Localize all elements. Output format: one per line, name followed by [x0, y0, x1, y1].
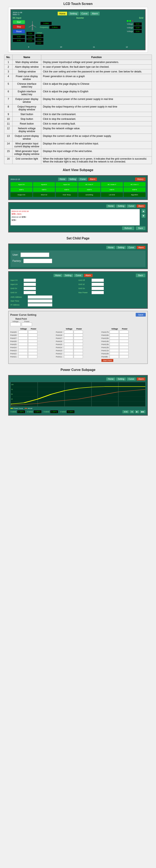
max-power-field[interactable] — [92, 291, 104, 294]
set-child-setting[interactable]: Setting — [116, 246, 126, 249]
scroll-down-btn[interactable]: ▼ — [142, 214, 146, 218]
pcs-point-voltage-input[interactable] — [64, 346, 73, 349]
settings-setting[interactable]: Setting — [63, 274, 73, 277]
pcs-start-btn[interactable]: Start Point — [101, 359, 113, 362]
pcs-point-voltage-input[interactable] — [110, 331, 119, 334]
pcs-point-voltage-input[interactable] — [64, 334, 73, 337]
pcs-point-voltage-input[interactable] — [64, 331, 73, 334]
factory-input[interactable] — [23, 259, 52, 263]
pcs-point-voltage-input[interactable] — [19, 355, 28, 358]
curve-next-next-btn[interactable]: ▶▶ — [140, 410, 146, 413]
alert-nav-home[interactable]: Home — [58, 178, 67, 181]
user-input[interactable] — [21, 252, 49, 257]
pcs-point-voltage-input[interactable] — [19, 340, 28, 343]
rated-power-input[interactable] — [22, 322, 32, 326]
alert-nav-curve[interactable]: Curve — [78, 178, 88, 181]
curve-nav-alarm[interactable]: Alarm — [136, 377, 146, 381]
set-child-alarm[interactable]: Alarm — [136, 246, 146, 249]
alert-detail-setting[interactable]: Setting — [116, 204, 126, 208]
pcs-point-voltage-input[interactable] — [110, 340, 119, 343]
pcs-point-power-input[interactable] — [28, 349, 37, 352]
pcs-point-power-input[interactable] — [74, 337, 83, 340]
pcs-point-power-input[interactable] — [74, 334, 83, 337]
pcs-save-btn[interactable]: Save — [136, 313, 146, 316]
pcs-point-voltage-input[interactable] — [19, 337, 28, 340]
pcs-point-power-input[interactable] — [119, 337, 128, 340]
grid-ov-field[interactable] — [24, 287, 36, 290]
pcs-point-voltage-input[interactable] — [19, 349, 28, 352]
pcs-point-voltage-input[interactable] — [110, 334, 119, 337]
pcs-point-voltage-input[interactable] — [64, 352, 73, 355]
ip-input[interactable] — [28, 303, 52, 307]
scroll-up-btn[interactable]: ▲ — [142, 209, 146, 213]
curve-prev-btn[interactable]: ◄ — [129, 410, 134, 413]
pcs-point-voltage-input[interactable] — [64, 355, 73, 358]
pcs-point-voltage-input[interactable] — [110, 355, 119, 358]
set-child-curve[interactable]: Curve — [127, 246, 136, 249]
pcs-point-voltage-input[interactable] — [64, 337, 73, 340]
pcs-point-power-input[interactable] — [28, 337, 37, 340]
lcd-stop-btn[interactable]: Stop — [13, 25, 25, 29]
pcs-point-power-input[interactable] — [28, 331, 37, 334]
pcs-point-voltage-input[interactable] — [110, 337, 119, 340]
pcs-point-power-input[interactable] — [74, 343, 83, 346]
set-child-home[interactable]: Home — [106, 246, 115, 249]
alert-back-btn[interactable]: Back — [136, 226, 146, 230]
nav-curve-btn[interactable]: Curve — [80, 11, 89, 16]
nav-setting-btn[interactable]: Setting — [68, 11, 79, 16]
pcs-point-power-input[interactable] — [119, 343, 128, 346]
alert-history-btn[interactable]: History — [135, 178, 146, 181]
pcs-point-power-input[interactable] — [119, 334, 128, 337]
pcs-point-power-input[interactable] — [74, 331, 83, 334]
settings-home[interactable]: Home — [53, 274, 63, 277]
pcs-point-power-input[interactable] — [119, 352, 128, 355]
curve-next-btn[interactable]: ▶ — [135, 410, 139, 413]
pcs-point-voltage-input[interactable] — [64, 349, 73, 352]
grid-1d-field[interactable] — [92, 283, 104, 286]
pcs-point-voltage-input[interactable] — [110, 352, 119, 355]
pcs-point-power-input[interactable] — [28, 334, 37, 337]
input-ov-field[interactable] — [24, 279, 36, 282]
pcs-point-voltage-input[interactable] — [19, 343, 28, 346]
curve-prev-prev-btn[interactable]: ◄◄ — [122, 410, 129, 413]
alert-nav-alarm[interactable]: Alarm — [88, 178, 97, 181]
start-time-input[interactable] — [28, 299, 52, 303]
alert-detail-curve[interactable]: Curve — [127, 204, 136, 208]
pcs-point-power-input[interactable] — [28, 343, 37, 346]
pcs-point-power-input[interactable] — [74, 352, 83, 355]
pcs-point-voltage-input[interactable] — [110, 349, 119, 352]
pcs-point-power-input[interactable] — [119, 355, 128, 358]
pcs-point-voltage-input[interactable] — [64, 343, 73, 346]
pcs-point-voltage-input[interactable] — [19, 334, 28, 337]
pcs-point-voltage-input[interactable] — [64, 340, 73, 343]
pcs-point-power-input[interactable] — [74, 346, 83, 349]
pcs-point-power-input[interactable] — [74, 349, 83, 352]
pcs-point-voltage-input[interactable] — [19, 352, 28, 355]
settings-alarm[interactable]: Alarm — [84, 274, 93, 277]
curve-nav-curve[interactable]: Curve — [127, 377, 136, 381]
pcs-point-power-input[interactable] — [119, 349, 128, 352]
nav-home-btn[interactable]: Home — [58, 11, 67, 16]
pcs-point-voltage-input[interactable] — [110, 343, 119, 346]
input-uv-field[interactable] — [24, 283, 36, 286]
alert-detail-alarm[interactable]: Alarm — [136, 204, 146, 208]
lcd-reset-btn[interactable]: Reset — [13, 30, 25, 33]
pcs-point-voltage-input[interactable] — [19, 331, 28, 334]
pcs-point-power-input[interactable] — [119, 340, 128, 343]
lcd-start-btn[interactable]: Start — [13, 20, 25, 24]
nav-alarm-btn[interactable]: Alarm — [90, 11, 100, 16]
pcs-point-power-input[interactable] — [119, 331, 128, 334]
pcs-point-power-input[interactable] — [28, 346, 37, 349]
grid-off-field[interactable] — [92, 279, 104, 282]
settings-curve[interactable]: Curve — [74, 274, 83, 277]
grid-uv-field[interactable] — [24, 291, 36, 294]
pcs-point-power-input[interactable] — [28, 352, 37, 355]
pcs-point-power-input[interactable] — [74, 355, 83, 358]
pcs-point-power-input[interactable] — [74, 340, 83, 343]
alert-nav-setting[interactable]: Setting — [67, 178, 77, 181]
alert-detail-home[interactable]: Home — [106, 204, 115, 208]
grid-on-field[interactable] — [92, 287, 104, 290]
pcs-point-power-input[interactable] — [28, 355, 37, 358]
pcs-point-power-input[interactable] — [119, 346, 128, 349]
pcs-point-voltage-input[interactable] — [110, 346, 119, 349]
